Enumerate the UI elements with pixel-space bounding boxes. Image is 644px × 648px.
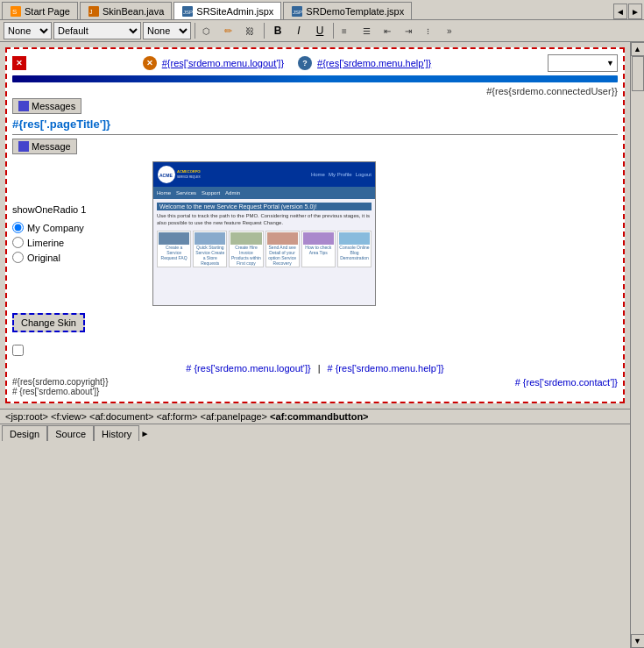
x-icon[interactable]: ✕ (12, 56, 26, 70)
scroll-down-button[interactable]: ▼ (631, 634, 645, 648)
dropdown-arrow-icon: ▼ (606, 59, 614, 68)
preview-card-2: Quick Starting Service Create a Store Re… (193, 231, 227, 267)
preview-card-5: How to check Area Tips (301, 231, 336, 267)
logout-link[interactable]: #{res['srdemo.menu.logout']} (162, 58, 284, 68)
top-nav-links: ✕ #{res['srdemo.menu.logout']} ? #{res['… (143, 56, 432, 70)
preview-card-6: Console Online Blog Demonstration (337, 231, 372, 267)
footer-about-link[interactable]: # {res['srdemo.about']} (12, 387, 109, 396)
tab-scroll-right[interactable]: ► (628, 4, 642, 19)
svg-text:JSP: JSP (293, 10, 302, 15)
logout-circle-icon: ✕ (143, 56, 157, 70)
svg-text:⬡: ⬡ (202, 26, 210, 36)
bold-button[interactable]: B (268, 22, 287, 39)
radio-my-company-input[interactable] (12, 222, 24, 233)
ordered-list-icon[interactable]: ≡ (337, 22, 357, 39)
link-icon[interactable]: ⛓ (241, 22, 260, 39)
bottom-tabs: Design Source History ► (0, 424, 630, 441)
bottom-tab-history[interactable]: History (94, 425, 139, 441)
divider1 (12, 134, 618, 135)
radio-original[interactable]: Original (12, 252, 144, 263)
message-label: Message (32, 141, 71, 152)
style-select[interactable]: None (143, 22, 191, 39)
tab-label: SRDemoTemplate.jspx (306, 6, 404, 17)
highlight-icon[interactable]: ✏ (220, 22, 239, 39)
editor-top-row: ✕ ✕ #{res['srdemo.menu.logout']} ? #{res… (12, 54, 618, 72)
tab-srdemotemp[interactable]: JSP SRDemoTemplate.jspx (283, 2, 412, 19)
footer-bottom-left: #{res{srdemo.copyright}} # {res['srdemo.… (12, 377, 109, 396)
scroll-up-button[interactable]: ▲ (631, 42, 645, 56)
message-button[interactable]: Message (12, 139, 77, 154)
bottom-tab-arrow[interactable]: ► (139, 425, 150, 441)
svg-text:ACME: ACME (159, 173, 173, 178)
breadcrumb-bar: <jsp:root> <f:view> <af:document> <af:fo… (0, 409, 630, 424)
radio-limerine-input[interactable] (12, 237, 24, 248)
radio-my-company[interactable]: My Company (12, 222, 144, 233)
tab-start-page[interactable]: S Start Page (2, 2, 78, 19)
page-title: #{res['.pageTitle']} (12, 117, 618, 131)
font-family-select[interactable]: None (4, 22, 52, 39)
underline-button[interactable]: U (310, 22, 329, 39)
breadcrumb-bold: <af:commandbutton> (270, 411, 368, 422)
preview-nav: Home Services Support Admin (153, 187, 375, 199)
tabs-bar: S Start Page J SkinBean.java JSP SRSiteA… (0, 0, 644, 20)
svg-text:ACMECORPORATION: ACMECORPORATION (177, 169, 201, 174)
start-page-icon: S (10, 5, 22, 18)
italic-button[interactable]: I (289, 22, 308, 39)
svg-text:⇤: ⇤ (384, 26, 391, 36)
tab-scroll-buttons: ◄ ► (613, 4, 642, 19)
preview-card-3: Create Hire Invoice Products within Firs… (229, 231, 263, 267)
svg-text:⇥: ⇥ (405, 26, 412, 36)
x-button[interactable]: ✕ (12, 56, 26, 70)
content-row: ✕ ✕ #{res['srdemo.menu.logout']} ? #{res… (0, 42, 644, 648)
skin-dropdown[interactable]: ▼ (548, 54, 618, 72)
footer-bottom: #{res{srdemo.copyright}} # {res['srdemo.… (12, 377, 618, 396)
footer-contact-link[interactable]: # {res['srdemo.contact']} (515, 377, 618, 396)
sep2 (264, 23, 265, 39)
tab-skinbean[interactable]: J SkinBean.java (80, 2, 172, 19)
bottom-tab-design[interactable]: Design (2, 425, 47, 441)
nav-item4: Admin (225, 190, 240, 196)
tab-label: SRSiteAdmin.jspx (196, 6, 273, 17)
svg-text:J: J (89, 9, 93, 15)
radio-original-input[interactable] (12, 252, 24, 263)
indent-icon[interactable]: ⇥ (400, 22, 420, 39)
preview-content: ACME ACMECORPORATION SERVICE REQUEST POR… (153, 162, 375, 305)
radio-limerine[interactable]: Limerine (12, 237, 144, 248)
footer-logout-link[interactable]: # {res['srdemo.menu.logout']} (186, 363, 310, 374)
nav-item2: Services (176, 190, 196, 196)
change-skin-button[interactable]: Change Skin (12, 313, 85, 332)
tab-srsiteadmin[interactable]: JSP SRSiteAdmin.jspx (173, 2, 281, 19)
preview-text: Use this portal to track the path to the… (157, 213, 372, 227)
radio-my-company-text: My Company (27, 223, 84, 233)
align-left-icon[interactable]: ⫶ (421, 22, 441, 39)
nav-item1: Home (157, 190, 171, 196)
skin-preview-image: ACME ACMECORPORATION SERVICE REQUEST POR… (152, 161, 376, 306)
content-main: ✕ ✕ #{res['srdemo.menu.logout']} ? #{res… (0, 42, 630, 648)
unordered-list-icon[interactable]: ☰ (358, 22, 378, 39)
footer-pipe: | (318, 363, 321, 374)
option-checkbox[interactable] (12, 345, 24, 356)
tab-label: Start Page (25, 6, 70, 17)
sep1 (195, 23, 195, 39)
main-layout: S Start Page J SkinBean.java JSP SRSiteA… (0, 0, 644, 648)
svg-text:SERVICE REQUEST PORTAL: SERVICE REQUEST PORTAL (177, 175, 201, 179)
svg-text:⫶: ⫶ (426, 26, 430, 36)
svg-text:≡: ≡ (342, 26, 347, 36)
tag-icon[interactable]: ⬡ (199, 22, 218, 39)
more-icon[interactable]: » (442, 22, 462, 39)
font-size-select[interactable]: Default (53, 22, 141, 39)
preview-body: Welcome to the new Service Request Porta… (153, 199, 375, 305)
scrollbar-thumb[interactable] (632, 56, 644, 91)
help-link[interactable]: #{res['srdemo.menu.help']} (317, 58, 431, 68)
preview-card-4: Send And see Detail of your option Servi… (265, 231, 300, 267)
messages-label: Messages (32, 101, 75, 111)
bottom-tab-source[interactable]: Source (47, 425, 94, 441)
message-icon (18, 141, 29, 152)
messages-icon (18, 101, 29, 111)
tab-label: SkinBean.java (103, 6, 164, 17)
footer-help-link[interactable]: # {res['srdemo.menu.help']} (328, 363, 444, 374)
scrollbar-track (632, 56, 644, 634)
messages-button[interactable]: Messages (12, 98, 81, 114)
tab-scroll-left[interactable]: ◄ (613, 4, 627, 19)
outdent-icon[interactable]: ⇤ (379, 22, 399, 39)
